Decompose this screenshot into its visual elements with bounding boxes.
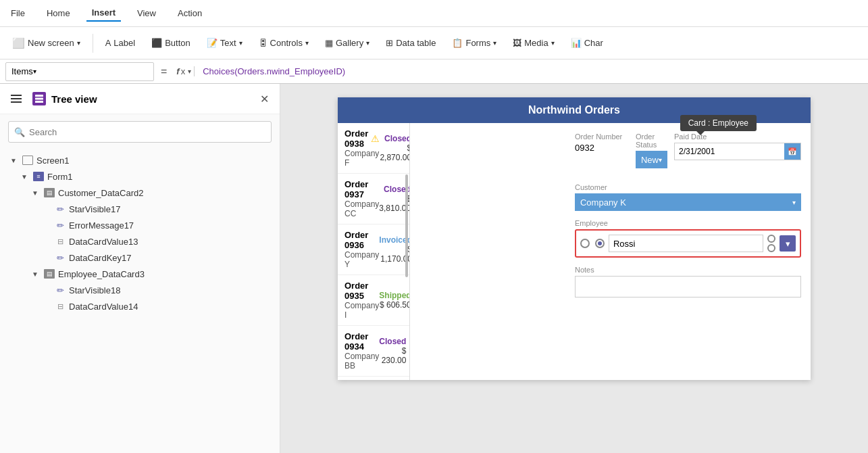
order-item-0937[interactable]: Order 0937 Company CC Closed $ 3,810.00 … <box>338 174 409 224</box>
screen1-label: Screen1 <box>36 156 69 166</box>
expand-arrow: ▼ <box>30 270 41 278</box>
data-icon: ⊟ <box>54 300 66 312</box>
warning-icon: ⚠ <box>371 133 380 144</box>
canvas: Northwind Orders Order 0938 ⚠ Company F <box>280 84 868 453</box>
order-item-0938[interactable]: Order 0938 ⚠ Company F Closed $ 2,870.00… <box>338 123 409 174</box>
toolbar: ⬜ New screen ▾ A Label ⬛ Button 📝 Text ▾… <box>0 27 868 59</box>
tree-item-customer-datacard2[interactable]: ▼ ▤ Customer_DataCard2 <box>0 185 280 201</box>
new-screen-button[interactable]: ⬜ New screen ▾ <box>5 31 87 55</box>
preview-body: Order 0938 ⚠ Company F Closed $ 2,870.00… <box>338 123 811 380</box>
radio-option-2[interactable] <box>595 239 605 248</box>
order-status: Closed <box>379 337 406 346</box>
order-item-0936[interactable]: Order 0936 Company Y Invoiced $ 1,170.00… <box>338 224 409 275</box>
employee-input[interactable] <box>609 235 763 252</box>
button-icon: ⬛ <box>151 38 162 48</box>
order-amount: $ 606.50 <box>379 300 410 310</box>
property-dropdown[interactable]: Items ▾ <box>5 62 154 81</box>
hamburger-menu[interactable] <box>11 95 22 103</box>
app-preview: Northwind Orders Order 0938 ⚠ Company F <box>338 97 811 380</box>
errormessage17-label: ErrorMessage17 <box>69 220 134 231</box>
detail-panel: Card : Employee Order Number 0932 Order … <box>565 123 811 380</box>
order-item-0933[interactable]: Order 0933 Company A New $ 736.00 › <box>338 377 409 380</box>
employee-dropdown-btn[interactable]: ▾ <box>780 235 796 252</box>
order-item-0934[interactable]: Order 0934 Company BB Closed $ 230.00 › <box>338 326 409 377</box>
chart-button[interactable]: 📊 Char <box>564 31 610 55</box>
menu-action[interactable]: Action <box>172 5 207 21</box>
tree-item-datacardvalue13[interactable]: ▶ ⊟ DataCardValue13 <box>0 233 280 249</box>
order-status-select[interactable]: New ▾ <box>636 151 667 168</box>
fx-button[interactable]: f x ▾ <box>174 66 195 76</box>
order-company: Company F <box>344 149 380 168</box>
text-icon: 📝 <box>207 38 218 48</box>
forms-button[interactable]: 📋 Forms ▾ <box>445 31 503 55</box>
customer-value: Company K <box>580 197 626 208</box>
tree-item-datacardkey17[interactable]: ▶ ✏ DataCardKey17 <box>0 249 280 266</box>
order-number: Order 0936 <box>344 230 379 250</box>
gallery-button[interactable]: ▦ Gallery ▾ <box>318 31 376 55</box>
label-button[interactable]: A Label <box>99 31 142 55</box>
card-icon: ▤ <box>43 268 55 280</box>
tree-item-errormessage17[interactable]: ▶ ✏ ErrorMessage17 <box>0 217 280 233</box>
sidebar-close-button[interactable]: ✕ <box>260 93 269 105</box>
order-status-field: Order Status New ▾ <box>636 133 667 168</box>
order-company: Company BB <box>344 352 379 371</box>
data-table-icon: ⊞ <box>386 38 393 48</box>
customer-label: Customer <box>575 183 801 191</box>
menu-home[interactable]: Home <box>41 5 76 21</box>
scrollbar[interactable] <box>405 174 408 277</box>
label-icon: A <box>105 38 111 48</box>
paid-date-label: Paid Date <box>674 133 801 141</box>
new-screen-icon: ⬜ <box>12 37 25 49</box>
notes-input[interactable] <box>575 276 801 297</box>
tree-item-employee-datacard3[interactable]: ▼ ▤ Employee_DataCard3 <box>0 266 280 282</box>
employee-control: ▾ <box>575 229 801 258</box>
tree-item-form1[interactable]: ▼ ≡ Form1 <box>0 168 280 185</box>
order-number: Order 0935 <box>344 281 379 301</box>
combo-down[interactable] <box>767 244 775 252</box>
tree-item-datacardvalue14[interactable]: ▶ ⊟ DataCardValue14 <box>0 298 280 314</box>
search-box: 🔍 <box>8 121 272 143</box>
expand-arrow: ▼ <box>30 189 41 197</box>
media-button[interactable]: 🖼 Media ▾ <box>506 31 561 55</box>
search-input[interactable] <box>29 127 265 137</box>
layers-icon <box>32 92 46 105</box>
svg-rect-1 <box>35 98 43 100</box>
order-number-value: 0932 <box>575 143 629 153</box>
formula-input[interactable] <box>199 62 863 81</box>
employee-label: Employee <box>575 219 801 227</box>
combo-up[interactable] <box>767 235 775 243</box>
customer-select[interactable]: Company K ▾ <box>575 193 801 211</box>
tree-item-starvisible18[interactable]: ▶ ✏ StarVisible18 <box>0 282 280 298</box>
radio-option-1[interactable] <box>580 239 590 248</box>
button-button[interactable]: ⬛ Button <box>145 31 197 55</box>
controls-button[interactable]: 🎛 Controls ▾ <box>252 31 315 55</box>
order-amount: $ 230.00 <box>379 346 406 365</box>
paid-date-input[interactable] <box>675 145 784 158</box>
gallery-icon: ▦ <box>325 38 333 48</box>
forms-icon: 📋 <box>452 38 463 48</box>
gallery-chevron: ▾ <box>366 39 369 47</box>
order-list: Order 0938 ⚠ Company F Closed $ 2,870.00… <box>338 123 410 380</box>
calendar-icon[interactable]: 📅 <box>784 143 800 160</box>
menu-file[interactable]: File <box>5 5 30 21</box>
new-screen-chevron: ▾ <box>77 39 80 47</box>
order-item-0935[interactable]: Order 0935 Company I Shipped $ 606.50 › <box>338 275 409 326</box>
menu-view[interactable]: View <box>132 5 161 21</box>
tree-item-starvisible17[interactable]: ▶ ✏ StarVisible17 <box>0 201 280 217</box>
menu-insert[interactable]: Insert <box>86 5 121 22</box>
edit-icon: ✏ <box>54 284 66 296</box>
order-status: Closed <box>380 134 410 143</box>
order-status-label: Order Status <box>636 133 667 149</box>
sidebar-header: Tree view ✕ <box>0 84 280 114</box>
employee-field: Employee ▾ <box>575 219 801 258</box>
notes-label: Notes <box>575 266 801 274</box>
text-button[interactable]: 📝 Text ▾ <box>200 31 249 55</box>
datacardkey17-label: DataCardKey17 <box>69 253 132 263</box>
form1-label: Form1 <box>47 172 73 182</box>
expand-arrow: ▼ <box>19 173 30 181</box>
tree-item-screen1[interactable]: ▼ Screen1 <box>0 152 280 168</box>
edit-icon: ✏ <box>54 219 66 231</box>
notes-field: Notes <box>575 266 801 297</box>
data-table-button[interactable]: ⊞ Data table <box>379 31 442 55</box>
tree-view: ▼ Screen1 ▼ ≡ Form1 ▼ ▤ Customer_DataCar… <box>0 149 280 453</box>
